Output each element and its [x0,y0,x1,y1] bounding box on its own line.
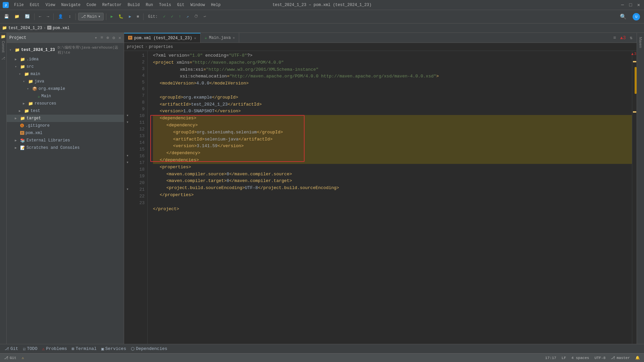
tree-target[interactable]: ▶ 📁 target [7,115,124,122]
tree-root[interactable]: ▾ 📁 test_2024_1_23 D:\编程专用\java-warehous… [7,44,124,56]
fold-21[interactable]: ▾ [124,186,131,193]
panel-close-icon[interactable]: ✕ [118,35,121,41]
minimize-button[interactable]: ─ [620,2,625,8]
java-tab-close[interactable]: ✕ [233,36,235,40]
branch-selector[interactable]: ⎇ Main ▾ [78,13,104,20]
tree-java[interactable]: ▾ 📁 java [7,78,124,85]
panel-settings-icon[interactable]: ⚙ [112,35,115,41]
tree-test[interactable]: ▶ 📁 test [7,107,124,115]
coverage-button[interactable]: ▶ [127,13,133,20]
menu-git[interactable]: Git [174,2,187,8]
pom-tab-close[interactable]: ✕ [194,36,196,40]
breadcrumb-project[interactable]: project [127,45,144,49]
idea-label: .idea [26,57,39,62]
error-count-badge: ▲3 [631,52,636,56]
tree-resources[interactable]: ▶ 📁 resources [7,100,124,107]
status-indent[interactable]: 4 spaces [570,355,591,361]
commit-icon[interactable]: Commit [1,41,5,52]
maven-sidebar-label[interactable]: Maven [639,34,643,51]
tree-external-libs[interactable]: ▶ 📚 External Libraries [7,137,124,144]
toolbar-sync-btn[interactable]: 🔄 [23,13,32,20]
menu-edit[interactable]: Edit [27,2,42,8]
toolbar-user-btn[interactable]: 👤 [56,13,65,20]
git-branch-name: Git [10,356,16,360]
problems-tool-btn[interactable]: ⚠ Problems [40,346,69,352]
vcs-icon[interactable]: ⎇ [1,56,5,60]
project-sidebar-icon[interactable]: 📁 [1,34,6,40]
menu-help[interactable]: Help [208,2,223,8]
status-notifications[interactable]: 🔔 [634,355,641,361]
fold-10[interactable]: ▾ [124,113,131,119]
status-line-sep[interactable]: LF [560,355,567,361]
toolbar-sep3 [75,13,76,20]
toolbar-vcs-btn[interactable]: ↕ [66,13,73,20]
tree-org-example[interactable]: ▾ 📦 org.example [7,85,124,93]
menu-code[interactable]: Code [84,2,99,8]
tree-pom[interactable]: 🅼 pom.xml [7,129,124,137]
java-folder-icon: 📁 [28,79,33,84]
git-rollback-btn[interactable]: ↩ [202,13,208,20]
toolbar-back-btn[interactable]: ← [37,13,43,20]
toolbar-sep2 [53,13,54,20]
tab-more-btn[interactable]: ≡ [612,35,617,41]
panel-dropdown-icon[interactable]: ▾ [95,35,97,41]
tree-main-java[interactable]: ☕ Main [7,93,124,100]
git-check-btn[interactable]: ✓ [161,13,167,20]
run-button[interactable]: ▶ [109,13,115,20]
menu-build[interactable]: Build [125,2,142,8]
fold-17[interactable]: ▾ [124,160,131,166]
search-btn[interactable]: 🔍 [618,12,629,21]
stop-button[interactable]: ■ [135,13,141,20]
services-tool-btn[interactable]: ▣ Services [99,346,128,352]
toolbar-sep4 [106,13,106,20]
menu-tools[interactable]: Tools [156,2,174,8]
fold-11[interactable]: ▾ [124,119,131,126]
git-check2-btn[interactable]: ✓ [169,13,175,20]
git-history-btn[interactable]: ⏱ [192,13,200,20]
status-encoding[interactable]: UTF-8 [593,355,607,361]
tab-pom-xml[interactable]: 🅼 pom.xml (test_2024_1_23) ✕ [124,33,201,43]
profile-btn[interactable]: U [631,12,642,21]
terminal-tool-btn[interactable]: ⊞ Terminal [70,346,99,352]
menu-run[interactable]: Run [143,2,156,8]
debug-button[interactable]: 🐛 [116,13,125,20]
menu-view[interactable]: View [43,2,58,8]
expand-btn[interactable]: ⇅ [629,34,634,41]
status-git-branch[interactable]: ⎇ Git [3,355,18,361]
toolbar-save-btn[interactable]: 💾 [2,13,11,20]
tab-main-java[interactable]: ☕ Main.java ✕ [201,33,239,43]
code-line-2: <project xmlns="http://maven.apache.org/… [153,59,632,66]
panel-collapse-all-icon[interactable]: ≡ [101,35,103,40]
main-java-icon: ☕ [38,94,40,99]
menu-refactor[interactable]: Refactor [100,2,124,8]
maximize-button[interactable]: □ [628,2,633,8]
src-folder-icon: 📁 [20,64,25,69]
code-content[interactable]: <?xml version="1.0" encoding="UTF-8"?> <… [148,51,632,344]
menu-window[interactable]: Window [188,2,208,8]
toolbar-forward-btn[interactable]: → [45,13,51,20]
tree-gitignore[interactable]: 🅖 .gitignore [7,122,124,129]
fold-16[interactable]: ▾ [124,153,131,160]
menu-navigate[interactable]: Navigate [58,2,83,8]
git-tool-btn[interactable]: ⎇ Git [3,346,20,352]
status-warnings[interactable]: ⚠ [20,355,27,361]
git-push-btn[interactable]: ↑ [177,13,183,20]
menu-file[interactable]: File [11,2,26,8]
tree-scratches[interactable]: ▶ 📝 Scratches and Consoles [7,144,124,152]
tree-src[interactable]: ▾ 📁 src [7,63,124,70]
panel-scroll-icon[interactable]: ⊕ [107,35,109,41]
todo-tool-btn[interactable]: ☑ TODO [21,346,39,352]
project-tab: test_2024_1_23 [8,26,42,31]
code-line-17: <properties> [153,164,632,171]
tree-idea[interactable]: ▶ 📁 .idea [7,56,124,63]
toolbar-open-btn[interactable]: 📁 [12,13,21,20]
status-branch[interactable]: ⎇ master [609,355,631,361]
close-button[interactable]: ✕ [636,2,641,8]
code-line-7: <groupId>org.example</groupId> [153,94,632,101]
git-update-btn[interactable]: ↗ [184,13,191,20]
status-position[interactable]: 17:17 [544,355,557,361]
code-line-4: xsi:schemaLocation="http://maven.apache.… [153,73,632,80]
tree-main[interactable]: ▾ 📁 main [7,70,124,78]
dependencies-tool-btn[interactable]: ⬡ Dependencies [129,346,169,352]
breadcrumb-properties[interactable]: properties [149,45,173,49]
